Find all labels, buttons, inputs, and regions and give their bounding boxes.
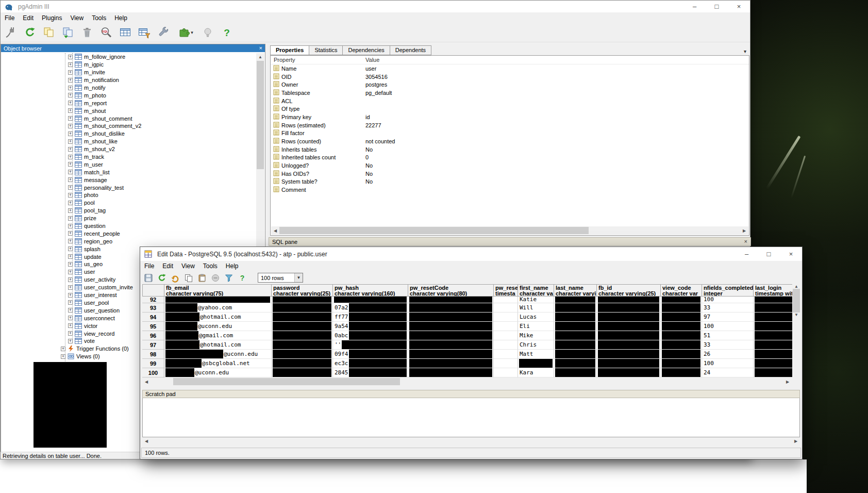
expand-icon[interactable] [68, 247, 73, 251]
property-row[interactable]: Rows (estimated)22277 [271, 121, 749, 129]
property-row[interactable]: System table?No [271, 178, 749, 186]
cell-pw_hash[interactable]: 09f4 [333, 350, 408, 359]
cell-nfields_completed[interactable]: 26 [702, 350, 754, 359]
tree-item-match_list[interactable]: match_list [1, 168, 256, 176]
cell-pw_rese[interactable] [494, 303, 518, 313]
cell-pw_hash[interactable]: 07a2 [333, 303, 408, 313]
tree-item-pool[interactable]: pool [1, 199, 256, 207]
cell-nfields_completed[interactable]: 24 [702, 368, 754, 377]
cell-password[interactable] [272, 322, 333, 331]
tree-item-user_question[interactable]: user_question [1, 306, 256, 314]
cell-pw_rese[interactable] [494, 350, 518, 359]
cell-view_code[interactable] [661, 350, 702, 359]
cell-password[interactable] [272, 368, 333, 377]
tree-item-m_shout[interactable]: m_shout [1, 107, 256, 114]
cell-pw_rese[interactable] [494, 368, 518, 377]
cell-view_code[interactable] [661, 322, 702, 331]
cell-pw_resetCode[interactable] [408, 297, 494, 303]
column-header-password[interactable]: passwordcharacter varying(25) [272, 284, 333, 297]
row-number[interactable]: 100 [142, 368, 164, 377]
tree-item-view_record[interactable]: view_record [1, 330, 256, 337]
cell-nfields_completed[interactable]: 97 [702, 313, 754, 322]
column-header-pw_hash[interactable]: pw_hashcharacter varying(160) [333, 284, 408, 297]
expand-icon[interactable] [68, 254, 73, 259]
expand-icon[interactable] [68, 93, 73, 97]
cell-fb_id[interactable] [597, 340, 661, 350]
cell-pw_resetCode[interactable] [408, 313, 494, 322]
expand-icon[interactable] [68, 331, 73, 336]
cell-password[interactable] [272, 331, 333, 340]
expand-icon[interactable] [68, 139, 73, 144]
tab-properties[interactable]: Properties [270, 45, 309, 55]
expand-icon[interactable] [68, 78, 73, 83]
tree-item-m_user[interactable]: m_user [1, 160, 256, 168]
tree-item-m_notify[interactable]: m_notify [1, 84, 256, 92]
scroll-right-icon[interactable]: ▶ [740, 227, 748, 235]
connect-button[interactable] [3, 25, 19, 40]
cell-fb_id[interactable] [597, 359, 661, 368]
expand-icon[interactable] [68, 177, 73, 182]
tree-item-update[interactable]: update [1, 253, 256, 260]
cell-view_code[interactable] [661, 359, 702, 368]
expand-icon[interactable] [61, 354, 65, 359]
expand-icon[interactable] [68, 285, 73, 290]
cell-nfields_completed[interactable]: 51 [702, 331, 754, 340]
column-header-fb_id[interactable]: fb_idcharacter varying(25) [597, 284, 661, 297]
cell-pw_resetCode[interactable] [408, 359, 494, 368]
cell-pw_hash[interactable]: ff77 [333, 313, 408, 322]
column-header-pw_rese[interactable]: pw_resetimesta [494, 284, 518, 297]
tree-item-victor[interactable]: victor [1, 322, 256, 330]
column-header-fb_email[interactable]: fb_emailcharacter varying(75) [164, 284, 272, 297]
maximize-icon[interactable]: □ [706, 1, 728, 12]
cell-nfields_completed[interactable]: 100 [702, 322, 754, 331]
grid-vscrollbar[interactable]: ▲ ▼ [792, 284, 800, 386]
cell-first_name[interactable] [518, 359, 554, 368]
scrollbar-thumb[interactable] [279, 227, 589, 234]
tree-item-us_geo[interactable]: us_geo [1, 260, 256, 268]
help-button[interactable]: ? [219, 25, 235, 40]
tree-item-m_follow_ignore[interactable]: m_follow_ignore [1, 53, 256, 61]
property-row[interactable]: Ownerpostgres [271, 80, 749, 89]
expand-icon[interactable] [68, 155, 73, 159]
cell-pw_rese[interactable] [494, 359, 518, 368]
property-row[interactable]: Unlogged?No [271, 161, 749, 170]
maximize-icon[interactable]: □ [758, 247, 780, 261]
cell-pw_resetCode[interactable] [408, 331, 494, 340]
cell-fb_id[interactable] [597, 331, 661, 340]
expand-icon[interactable] [68, 116, 73, 121]
tree-item-m_track[interactable]: m_track [1, 153, 256, 161]
menu-plugins[interactable]: Plugins [38, 13, 66, 23]
close-icon[interactable]: × [259, 45, 262, 51]
cell-pw_hash[interactable]: 0abc [333, 331, 408, 340]
close-icon[interactable]: × [728, 1, 750, 12]
tree-item-m_report[interactable]: m_report [1, 99, 256, 107]
cell-last_name[interactable] [554, 368, 597, 377]
row-limit-select[interactable]: 100 rows ▼ [258, 273, 303, 283]
scroll-left-icon[interactable]: ◀ [142, 378, 151, 386]
cell-password[interactable] [272, 350, 333, 359]
tree-item-m_shout_comment_v2[interactable]: m_shout_comment_v2 [1, 122, 256, 130]
sql-query-button[interactable]: SQL [98, 25, 114, 40]
column-header-nfields_completed[interactable]: nfields_completedinteger [702, 284, 754, 297]
tree-item-prize[interactable]: prize [1, 215, 256, 222]
cell-view_code[interactable] [661, 331, 702, 340]
expand-icon[interactable] [68, 316, 73, 320]
scratch-pad-scrollbar[interactable]: ◀ ▶ [142, 437, 800, 445]
property-row[interactable]: Tablespacepg_default [271, 89, 749, 97]
tab-dependents[interactable]: Dependents [390, 45, 431, 55]
tree-item-m_shout_like[interactable]: m_shout_like [1, 138, 256, 145]
property-row[interactable]: Fill factor [271, 129, 749, 138]
tree-item-views[interactable]: Views (0) [1, 353, 256, 360]
cell-nfields_completed[interactable]: 33 [702, 303, 754, 313]
cell-nfields_completed[interactable]: 33 [702, 340, 754, 350]
view-data-button[interactable] [118, 25, 133, 40]
tree-item-m_invite[interactable]: m_invite [1, 69, 256, 76]
tree-item-user[interactable]: user [1, 268, 256, 276]
menu-tools[interactable]: Tools [88, 13, 110, 23]
cell-pw_resetCode[interactable] [408, 368, 494, 377]
property-row[interactable]: Rows (counted)not counted [271, 137, 749, 145]
grid-row-99[interactable]: 99@sbcglobal.netec3c100 [142, 359, 800, 368]
cell-fb_id[interactable] [597, 313, 661, 322]
scratch-pad-input[interactable] [142, 398, 800, 437]
cell-view_code[interactable] [661, 297, 702, 303]
